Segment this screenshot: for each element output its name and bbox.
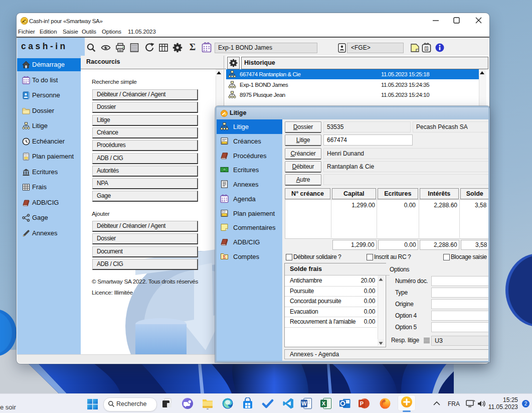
svg-text:1: 1: [425, 46, 427, 51]
svg-text:P: P: [360, 400, 364, 406]
svg-text:W: W: [301, 400, 307, 406]
svg-text:X: X: [322, 400, 326, 406]
svg-text:Σ: Σ: [223, 254, 226, 259]
